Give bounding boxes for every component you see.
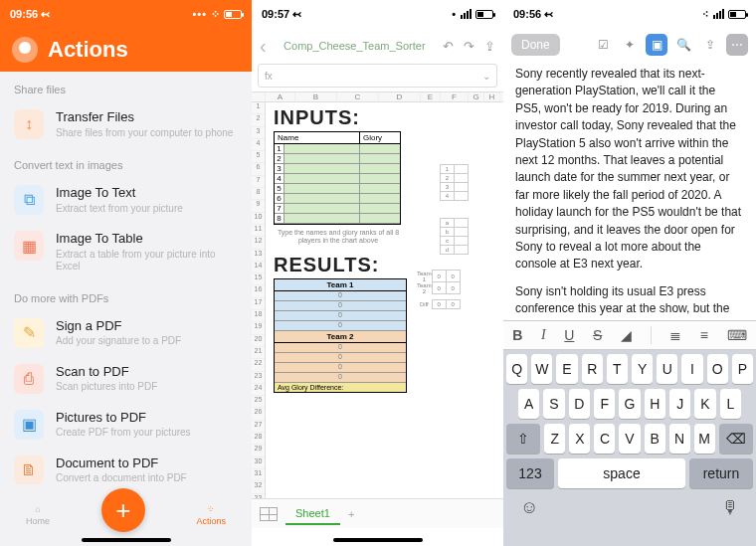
backspace-key[interactable]: ⌫ <box>719 424 753 454</box>
formula-bar[interactable]: fx ⌄ <box>258 64 497 88</box>
key-b[interactable]: B <box>645 424 665 454</box>
tab-home[interactable]: ⌂ Home <box>26 504 50 526</box>
scan-table-icon: ▦ <box>14 231 44 261</box>
chevron-down-icon[interactable]: ⌄ <box>482 71 490 82</box>
redo-icon[interactable]: ↷ <box>464 39 474 54</box>
sheets-icon[interactable] <box>260 507 278 521</box>
key-f[interactable]: F <box>594 389 615 419</box>
format-bar: B I U S ◢ ≣ ≡ ⌨ <box>503 320 756 350</box>
key-s[interactable]: S <box>543 389 564 419</box>
home-indicator[interactable] <box>333 538 423 542</box>
numbers-key[interactable]: 123 <box>506 458 554 488</box>
wifi-icon: ⁘ <box>211 8 220 21</box>
wand-icon[interactable]: ✦ <box>619 34 641 56</box>
fx-label: fx <box>265 71 273 82</box>
share-icon[interactable]: ⇪ <box>484 39 495 54</box>
more-icon[interactable]: ⋯ <box>726 34 748 56</box>
home-icon: ⌂ <box>35 504 40 514</box>
tab-actions[interactable]: ⁘ Actions <box>197 504 227 526</box>
strike-button[interactable]: S <box>593 327 602 343</box>
key-y[interactable]: Y <box>632 354 653 384</box>
avg-row: Avg Glory Difference: <box>275 383 406 392</box>
actions-screen: 09:56 ↢ ••• ⁘ Actions Share files ↕ Tran… <box>0 0 252 546</box>
inputs-heading: INPUTS: <box>266 102 503 131</box>
action-image-to-text[interactable]: ⧉ Image To Text Extract text from your p… <box>0 177 252 223</box>
add-sheet-button[interactable]: + <box>348 508 354 520</box>
italic-button[interactable]: I <box>541 327 546 343</box>
action-transfer-files[interactable]: ↕ Transfer Files Share files from your c… <box>0 101 252 147</box>
export-icon[interactable]: ⇪ <box>699 34 721 56</box>
list-button[interactable]: ≣ <box>669 327 681 343</box>
action-image-to-table[interactable]: ▦ Image To Table Extract a table from yo… <box>0 223 252 280</box>
action-sign-pdf[interactable]: ✎ Sign a PDF Add your signature to a PDF <box>0 310 252 356</box>
document-icon: 🗎 <box>14 455 44 485</box>
column-headers: ABCDEFGH <box>252 91 503 102</box>
page-title: Actions <box>48 37 128 63</box>
key-d[interactable]: D <box>569 389 590 419</box>
search-icon[interactable]: 🔍 <box>672 34 694 56</box>
space-key[interactable]: space <box>558 458 685 488</box>
row-headers: 1234567891011121314151617181920212223242… <box>252 102 266 518</box>
mic-key[interactable]: 🎙 <box>721 497 739 518</box>
sheet-body[interactable]: 1234567891011121314151617181920212223242… <box>252 102 503 520</box>
done-button[interactable]: Done <box>511 34 560 56</box>
inputs-table[interactable]: NameGlory 12345678 <box>274 131 401 225</box>
action-scan-pdf[interactable]: ⎙ Scan to PDF Scan pictures into PDF <box>0 356 252 402</box>
keyboard-icon[interactable]: ⌨ <box>727 327 747 343</box>
key-l[interactable]: L <box>720 389 741 419</box>
bold-button[interactable]: B <box>512 327 522 343</box>
spreadsheet-screen: 09:57 ↢ • ‹ Comp_Cheese_Team_Sorter ↶ ↷ … <box>252 0 503 546</box>
key-n[interactable]: N <box>669 424 690 454</box>
editor-screen: 09:56 ↢ ⁖ Done ☑ ✦ ▣ 🔍 ⇪ ⋯ Sony recently… <box>503 0 756 546</box>
back-button[interactable]: ‹ <box>260 35 267 58</box>
paragraph: Sony recently revealed that its next-gen… <box>515 66 744 273</box>
fab-add[interactable]: + <box>101 488 145 532</box>
sheet-tabs: Sheet1 + <box>252 498 503 528</box>
emoji-key[interactable]: ☺ <box>520 497 538 518</box>
key-p[interactable]: P <box>732 354 753 384</box>
grid-icon: ⁘ <box>207 504 215 514</box>
key-w[interactable]: W <box>531 354 552 384</box>
signal-icon <box>713 9 724 19</box>
status-bar: 09:57 ↢ • <box>252 0 503 28</box>
key-m[interactable]: M <box>694 424 715 454</box>
status-bar: 09:56 ↢ ⁖ <box>503 0 756 28</box>
key-a[interactable]: A <box>518 389 539 419</box>
underline-button[interactable]: U <box>564 327 574 343</box>
status-time: 09:56 ↢ <box>513 8 553 21</box>
sign-icon: ✎ <box>14 318 44 348</box>
shift-key[interactable]: ⇧ <box>506 424 540 454</box>
key-j[interactable]: J <box>669 389 690 419</box>
key-i[interactable]: I <box>681 354 702 384</box>
key-r[interactable]: R <box>582 354 603 384</box>
highlight-button[interactable]: ◢ <box>621 327 632 343</box>
cellular-icon: ⁖ <box>702 8 709 21</box>
status-bar: 09:56 ↢ ••• ⁘ <box>0 0 252 28</box>
key-x[interactable]: X <box>569 424 590 454</box>
key-e[interactable]: E <box>556 354 577 384</box>
key-t[interactable]: T <box>607 354 628 384</box>
key-k[interactable]: K <box>694 389 715 419</box>
home-indicator[interactable] <box>82 538 171 542</box>
sheet-tab-1[interactable]: Sheet1 <box>285 503 340 525</box>
key-z[interactable]: Z <box>544 424 565 454</box>
side-table-2: abcd <box>440 218 469 255</box>
key-q[interactable]: Q <box>506 354 527 384</box>
checklist-icon[interactable]: ☑ <box>592 34 614 56</box>
key-v[interactable]: V <box>619 424 640 454</box>
frame-icon[interactable]: ▣ <box>646 34 667 56</box>
avatar[interactable] <box>12 37 38 63</box>
key-u[interactable]: U <box>657 354 677 384</box>
align-button[interactable]: ≡ <box>700 327 708 343</box>
key-o[interactable]: O <box>707 354 728 384</box>
results-table: Team 1 0000 Team 2 0000 Avg Glory Differ… <box>274 278 407 393</box>
key-h[interactable]: H <box>645 389 665 419</box>
undo-icon[interactable]: ↶ <box>443 39 454 54</box>
action-pictures-pdf[interactable]: ▣ Pictures to PDF Create PDF from your p… <box>0 402 252 448</box>
return-key[interactable]: return <box>689 458 753 488</box>
key-c[interactable]: C <box>594 424 615 454</box>
document-body[interactable]: Sony recently revealed that its next-gen… <box>503 62 756 320</box>
doc-header: ‹ Comp_Cheese_Team_Sorter ↶ ↷ ⇪ <box>252 28 503 64</box>
scan-text-icon: ⧉ <box>14 185 44 215</box>
key-g[interactable]: G <box>619 389 640 419</box>
